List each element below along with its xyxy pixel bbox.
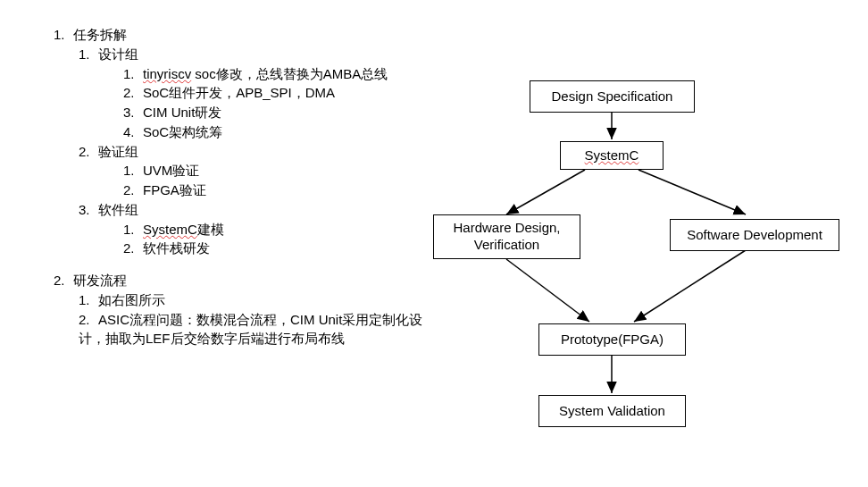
list-number: 2. bbox=[123, 83, 143, 103]
outline-item: 2.软件栈研发 bbox=[123, 239, 429, 258]
node-label: SystemC bbox=[585, 147, 639, 164]
list-label-rest: 建模 bbox=[197, 222, 224, 237]
flow-node-proto: Prototype(FPGA) bbox=[538, 323, 686, 356]
list-label-rest: soc修改，总线替换为AMBA总线 bbox=[191, 66, 388, 81]
list-label: CIM Unit研发 bbox=[143, 105, 221, 120]
list-number: 3. bbox=[123, 103, 143, 122]
svg-line-3 bbox=[506, 259, 589, 322]
flow-node-hw: Hardware Design, Verification bbox=[433, 214, 580, 259]
list-label: 研发流程 bbox=[73, 273, 127, 288]
node-label: System Validation bbox=[559, 403, 665, 420]
outline-item: 2.研发流程 1.如右图所示 2.ASIC流程问题：数模混合流程，CIM Uni… bbox=[54, 271, 429, 348]
flowchart-panel: Design Specification SystemC Hardware De… bbox=[433, 71, 853, 456]
outline-item: 2.FPGA验证 bbox=[123, 181, 429, 200]
list-label: FPGA验证 bbox=[143, 182, 206, 197]
list-number: 2. bbox=[54, 271, 73, 290]
outline-item: 1.SystemC建模 bbox=[123, 220, 429, 239]
node-label: Prototype(FPGA) bbox=[561, 332, 664, 348]
list-label: 验证组 bbox=[98, 144, 138, 159]
list-label: 软件栈研发 bbox=[143, 240, 210, 256]
list-label: 任务拆解 bbox=[73, 27, 127, 42]
list-number: 1. bbox=[123, 220, 143, 239]
list-number: 3. bbox=[79, 200, 98, 220]
list-label-prefix: SystemC bbox=[143, 222, 197, 237]
outline-item: 1.任务拆解 1.设计组 1.tinyriscv soc修改，总线替换为AMBA… bbox=[54, 25, 429, 258]
svg-line-1 bbox=[506, 170, 585, 214]
list-label: 如右图所示 bbox=[98, 292, 165, 307]
list-number: 2. bbox=[79, 310, 98, 330]
outline-item: 1.设计组 1.tinyriscv soc修改，总线替换为AMBA总线 2.So… bbox=[79, 45, 429, 142]
list-label: SoC架构统筹 bbox=[143, 124, 222, 139]
outline-item: 4.SoC架构统筹 bbox=[123, 122, 429, 142]
list-label: UVM验证 bbox=[143, 163, 199, 178]
outline-item: 1.tinyriscv soc修改，总线替换为AMBA总线 bbox=[123, 64, 429, 84]
outline-item: 2.ASIC流程问题：数模混合流程，CIM Unit采用定制化设计，抽取为LEF… bbox=[79, 310, 429, 349]
outline-item: 1.UVM验证 bbox=[123, 161, 429, 181]
list-number: 1. bbox=[79, 290, 98, 310]
svg-line-4 bbox=[634, 250, 746, 322]
list-label-prefix: tinyriscv bbox=[143, 66, 191, 81]
list-number: 1. bbox=[54, 25, 73, 45]
list-number: 1. bbox=[123, 64, 143, 84]
outline-item: 2.SoC组件开发，APB_SPI，DMA bbox=[123, 83, 429, 103]
list-number: 2. bbox=[123, 239, 143, 258]
node-label: Hardware Design, Verification bbox=[453, 220, 560, 254]
list-number: 2. bbox=[123, 181, 143, 200]
outline-item: 2.验证组 1.UVM验证 2.FPGA验证 bbox=[79, 142, 429, 200]
list-number: 1. bbox=[123, 161, 143, 181]
flow-node-valid: System Validation bbox=[538, 395, 686, 427]
node-label: Software Development bbox=[687, 227, 822, 244]
list-label: 软件组 bbox=[98, 202, 138, 217]
outline-item: 1.如右图所示 bbox=[79, 290, 429, 310]
list-label: ASIC流程问题：数模混合流程，CIM Unit采用定制化设计，抽取为LEF后交… bbox=[79, 312, 422, 347]
list-label: 设计组 bbox=[98, 46, 138, 62]
list-number: 1. bbox=[79, 45, 98, 64]
outline-item: 3.软件组 1.SystemC建模 2.软件栈研发 bbox=[79, 200, 429, 258]
list-number: 4. bbox=[123, 122, 143, 142]
flow-node-spec: Design Specification bbox=[530, 80, 695, 113]
outline-panel: 1.任务拆解 1.设计组 1.tinyriscv soc修改，总线替换为AMBA… bbox=[54, 25, 429, 361]
list-label: SoC组件开发，APB_SPI，DMA bbox=[143, 85, 335, 100]
outline-item: 3.CIM Unit研发 bbox=[123, 103, 429, 122]
node-label: Design Specification bbox=[552, 88, 673, 105]
list-number: 2. bbox=[79, 142, 98, 162]
flow-node-systemc: SystemC bbox=[560, 141, 664, 170]
flow-node-sw: Software Development bbox=[670, 219, 839, 251]
svg-line-2 bbox=[638, 170, 746, 214]
